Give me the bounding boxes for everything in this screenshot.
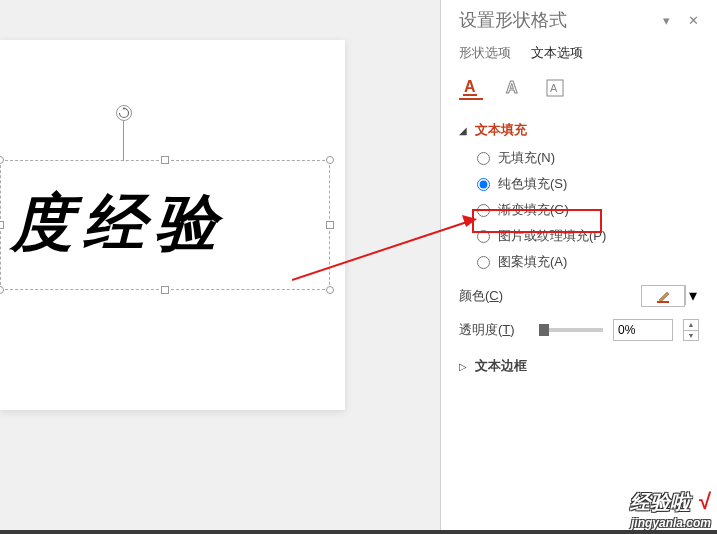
resize-handle-mr[interactable] <box>326 221 334 229</box>
tab-text-options[interactable]: 文本选项 <box>531 44 583 62</box>
resize-handle-tr[interactable] <box>326 156 334 164</box>
resize-handle-br[interactable] <box>326 286 334 294</box>
svg-rect-5 <box>657 301 669 303</box>
section-title-text-outline: 文本边框 <box>475 357 527 375</box>
radio-gradient-fill[interactable]: 渐变填充(G) <box>477 201 699 219</box>
opacity-slider[interactable] <box>539 328 603 332</box>
section-title-text-fill: 文本填充 <box>475 121 527 139</box>
watermark-text: 经验啦 <box>630 491 690 513</box>
radio-solid-fill-input[interactable] <box>477 178 490 191</box>
svg-text:A: A <box>464 78 476 95</box>
opacity-spinner[interactable]: ▲ ▼ <box>683 319 699 341</box>
radio-picture-fill-label: 图片或纹理填充(P) <box>498 227 606 245</box>
rotate-handle[interactable] <box>116 105 132 121</box>
svg-rect-1 <box>463 94 477 96</box>
text-fill-outline-icon[interactable]: A <box>459 76 483 100</box>
radio-no-fill-input[interactable] <box>477 152 490 165</box>
section-text-fill[interactable]: ◢ 文本填充 <box>459 121 699 139</box>
format-shape-panel: 设置形状格式 ▾ ✕ 形状选项 文本选项 A A A ◢ 文本填充 无填充(N) <box>440 0 717 534</box>
resize-handle-bm[interactable] <box>161 286 169 294</box>
slide-editor-area: 度经验 <box>0 0 440 534</box>
radio-no-fill[interactable]: 无填充(N) <box>477 149 699 167</box>
svg-text:A: A <box>506 79 518 96</box>
bottom-border <box>0 530 717 534</box>
watermark-url: jingyanla.com <box>630 516 711 530</box>
expand-icon: ▷ <box>459 361 467 372</box>
opacity-slider-handle[interactable] <box>539 324 549 336</box>
spinner-up-icon[interactable]: ▲ <box>684 320 698 331</box>
radio-pattern-fill-label: 图案填充(A) <box>498 253 567 271</box>
watermark: 经验啦 √ jingyanla.com <box>630 489 711 530</box>
color-dropdown-icon[interactable]: ▾ <box>685 285 699 305</box>
tab-shape-options[interactable]: 形状选项 <box>459 44 511 62</box>
textbox-selection[interactable]: 度经验 <box>0 160 330 290</box>
radio-solid-fill-label: 纯色填充(S) <box>498 175 567 193</box>
section-text-outline[interactable]: ▷ 文本边框 <box>459 357 699 375</box>
opacity-input[interactable]: 0% <box>613 319 673 341</box>
watermark-check-icon: √ <box>699 489 711 514</box>
radio-gradient-fill-input[interactable] <box>477 204 490 217</box>
resize-handle-tm[interactable] <box>161 156 169 164</box>
spinner-down-icon[interactable]: ▼ <box>684 331 698 341</box>
panel-title: 设置形状格式 <box>459 8 567 32</box>
panel-menu-icon[interactable]: ▾ <box>663 13 670 28</box>
radio-pattern-fill-input[interactable] <box>477 256 490 269</box>
text-box-icon[interactable]: A <box>543 76 567 100</box>
slide-canvas[interactable]: 度经验 <box>0 40 345 410</box>
resize-handle-bl[interactable] <box>0 286 4 294</box>
color-label: 颜色(C) <box>459 287 529 305</box>
resize-handle-ml[interactable] <box>0 221 4 229</box>
svg-text:A: A <box>550 82 558 94</box>
textbox-content[interactable]: 度经验 <box>1 161 329 285</box>
radio-gradient-fill-label: 渐变填充(G) <box>498 201 569 219</box>
radio-picture-fill-input[interactable] <box>477 230 490 243</box>
radio-pattern-fill[interactable]: 图案填充(A) <box>477 253 699 271</box>
text-effects-icon[interactable]: A <box>501 76 525 100</box>
radio-picture-fill[interactable]: 图片或纹理填充(P) <box>477 227 699 245</box>
panel-close-icon[interactable]: ✕ <box>688 13 699 28</box>
radio-no-fill-label: 无填充(N) <box>498 149 555 167</box>
opacity-label: 透明度(T) <box>459 321 529 339</box>
radio-solid-fill[interactable]: 纯色填充(S) <box>477 175 699 193</box>
color-picker-button[interactable] <box>641 285 685 307</box>
rotate-handle-line <box>123 121 124 161</box>
collapse-icon: ◢ <box>459 125 467 136</box>
